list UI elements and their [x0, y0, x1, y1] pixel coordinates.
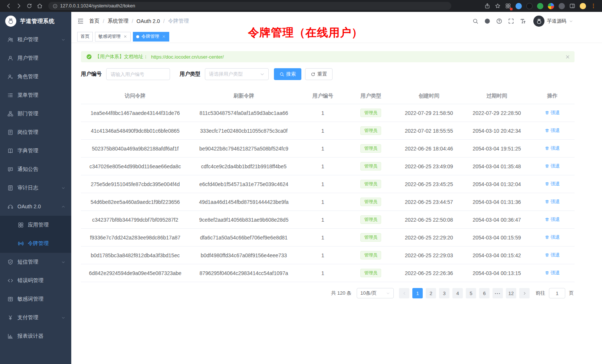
page-size-select[interactable]: 10条/页	[357, 288, 394, 298]
sidebar-item-label: OAuth 2.0	[17, 203, 41, 209]
sidebar-item[interactable]: 应用管理	[0, 216, 71, 234]
sidebar-item[interactable]: 用户管理	[0, 49, 71, 67]
sidebar-item-label: 应用管理	[28, 222, 49, 228]
tab-item[interactable]: 首页	[77, 32, 93, 42]
sidebar-item[interactable]: 部门管理	[0, 105, 71, 123]
extension-green-icon[interactable]	[537, 3, 543, 9]
breadcrumb-item[interactable]: OAuth 2.0	[137, 18, 160, 24]
force-logout-button[interactable]: 强退	[545, 110, 560, 116]
app-logo[interactable]: 芋道管理系统	[0, 12, 71, 30]
action-cell: 强退	[530, 193, 575, 211]
table-row: c342377bf8b344799dcbf7bf095287f29ce8ef2a…	[81, 211, 575, 229]
action-cell: 强退	[530, 211, 575, 229]
extension-grid-icon[interactable]	[503, 1, 513, 11]
share-icon[interactable]	[482, 1, 492, 11]
font-size-icon[interactable]	[520, 18, 526, 24]
sidebar-item[interactable]: 报表设计器	[0, 327, 71, 345]
prev-page-button[interactable]	[399, 288, 409, 298]
table-row: b0d1785bc3a8482f812db4a3f3bd15ecb0df4980…	[81, 246, 575, 264]
browser-menu-icon[interactable]	[589, 1, 598, 11]
tab-close-icon[interactable]	[123, 34, 127, 39]
force-logout-button[interactable]: 强退	[545, 199, 560, 205]
sidebar-item[interactable]: 租户管理	[0, 30, 71, 49]
extension-blue-icon[interactable]	[516, 3, 522, 9]
pagination-page-button[interactable]: 12	[506, 288, 516, 298]
sidebar-item[interactable]: 敏感词管理	[0, 290, 71, 308]
sidebar-item[interactable]: 通知公告	[0, 160, 71, 179]
fullscreen-icon[interactable]	[508, 18, 514, 24]
reset-button[interactable]: 重置	[305, 68, 333, 80]
force-logout-button[interactable]: 强退	[545, 252, 560, 258]
pagination-page-button[interactable]: 2	[426, 288, 436, 298]
sidebar-item[interactable]: 令牌管理	[0, 234, 71, 253]
pagination-page-button[interactable]: 3	[439, 288, 449, 298]
pagination-page-button[interactable]: 5	[466, 288, 476, 298]
user-id-input[interactable]	[106, 68, 170, 80]
force-logout-label: 强退	[550, 110, 560, 116]
force-logout-button[interactable]: 强退	[545, 128, 560, 134]
browser-profile-avatar[interactable]	[580, 3, 586, 9]
split-view-icon[interactable]	[567, 1, 577, 11]
alert-close-icon[interactable]	[565, 54, 570, 59]
user-menu[interactable]: 芋道源码	[533, 16, 573, 27]
refresh-token-cell: be90422b8c7946218275a508bf524fc9	[190, 140, 298, 158]
extension-paw-icon[interactable]	[559, 3, 565, 9]
force-logout-button[interactable]: 强退	[545, 216, 560, 223]
tab-item[interactable]: 令牌管理	[133, 32, 169, 42]
force-logout-button[interactable]: 强退	[545, 145, 560, 152]
annotation-overlay: 令牌管理（在线用户）	[248, 25, 363, 40]
sidebar-item[interactable]: 错误码管理	[0, 271, 71, 290]
goto-page-input[interactable]	[549, 288, 565, 298]
expire-time-cell: 2054-03-10 20:42:34	[464, 122, 530, 140]
sidebar-item[interactable]: 字典管理	[0, 142, 71, 160]
sidebar-item[interactable]: OAuth 2.0	[0, 197, 71, 216]
force-logout-button[interactable]: 强退	[545, 181, 560, 187]
breadcrumb-item[interactable]: 首页	[89, 18, 99, 24]
tab-item[interactable]: 敏感词管理	[95, 32, 131, 42]
sidebar-item[interactable]: 短信管理	[0, 253, 71, 271]
sidebar-item[interactable]: 岗位管理	[0, 123, 71, 142]
pagination-page-button[interactable]: 4	[452, 288, 463, 298]
expire-time-cell: 2054-03-04 01:32:04	[464, 175, 530, 193]
sidebar-item[interactable]: 审计日志	[0, 179, 71, 197]
breadcrumb-item[interactable]: 系统管理	[108, 18, 128, 24]
refresh-icon	[311, 72, 315, 77]
browser-back-icon[interactable]	[4, 1, 13, 11]
sidebar-fold-icon[interactable]	[77, 18, 84, 24]
pagination-page-button[interactable]: 1	[412, 288, 423, 298]
doc-link[interactable]: https://doc.iocoder.cn/user-center/	[151, 54, 224, 60]
search-button[interactable]: 搜索	[274, 68, 301, 80]
force-logout-button[interactable]: 强退	[545, 270, 560, 276]
site-info-icon[interactable]	[53, 4, 58, 9]
sidebar-item[interactable]: 菜单管理	[0, 86, 71, 105]
browser-reload-icon[interactable]	[24, 1, 34, 11]
sidebar-item-label: 部门管理	[17, 110, 38, 117]
pagination-more-button[interactable]: ···	[493, 288, 503, 298]
user-type-badge: 管理员	[360, 251, 381, 259]
header-actions: 芋道源码	[472, 16, 573, 27]
extension-dark-icon[interactable]	[526, 3, 533, 9]
action-cell: 强退	[530, 175, 575, 193]
user-id-cell: 1	[298, 175, 347, 193]
sidebar-item[interactable]: 支付管理	[0, 308, 71, 327]
browser-forward-icon[interactable]	[14, 1, 24, 11]
user-type-select[interactable]: 请选择用户类型	[205, 68, 269, 80]
next-page-button[interactable]	[519, 288, 530, 298]
pagination-page-button[interactable]: 6	[479, 288, 490, 298]
tab-close-icon[interactable]	[161, 34, 166, 39]
extension-pinwheel-icon[interactable]	[548, 3, 554, 9]
user-type-badge: 管理员	[360, 126, 381, 135]
sidebar-item[interactable]: 角色管理	[0, 67, 71, 86]
github-icon[interactable]	[484, 18, 490, 24]
address-bar[interactable]: 127.0.0.1:1024/system/oauth2/token	[48, 2, 451, 10]
browser-home-icon[interactable]	[35, 1, 45, 11]
search-icon[interactable]	[472, 18, 478, 24]
create-time-cell: 2022-06-25 22:26:36	[395, 264, 464, 282]
help-icon[interactable]	[496, 18, 502, 24]
force-logout-button[interactable]: 强退	[545, 163, 560, 169]
action-cell: 强退	[530, 229, 575, 246]
sidebar-submenu: 应用管理令牌管理	[0, 216, 71, 253]
bookmark-star-icon[interactable]	[493, 1, 503, 11]
breadcrumb-separator: /	[103, 18, 104, 24]
force-logout-button[interactable]: 强退	[545, 234, 560, 241]
